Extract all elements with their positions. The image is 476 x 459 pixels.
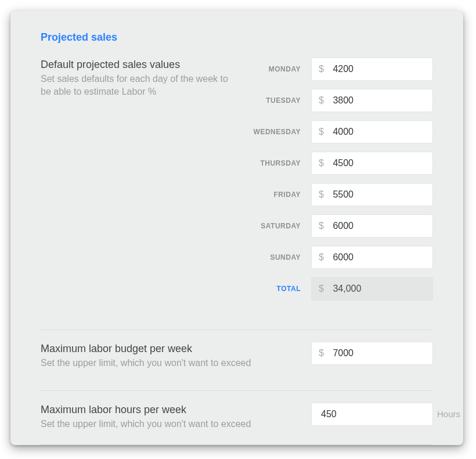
day-row-monday: MONDAY $	[236, 58, 433, 81]
day-label: SATURDAY	[261, 222, 301, 230]
currency-symbol: $	[319, 189, 324, 200]
saturday-input[interactable]: $	[311, 214, 433, 238]
wednesday-value[interactable]	[333, 127, 425, 137]
day-row-friday: FRIDAY $	[236, 183, 433, 206]
day-label: SUNDAY	[270, 253, 301, 261]
max-budget-input[interactable]: $	[311, 342, 433, 365]
currency-symbol: $	[319, 252, 324, 263]
thursday-value[interactable]	[333, 158, 425, 168]
monday-value[interactable]	[333, 64, 425, 74]
day-row-wednesday: WEDNESDAY $	[236, 120, 433, 144]
max-budget-field: $	[311, 342, 433, 365]
day-label: WEDNESDAY	[254, 128, 301, 136]
day-label: THURSDAY	[260, 159, 301, 167]
max-budget-row: Maximum labor budget per week Set the up…	[41, 329, 433, 378]
max-hours-field: Hours	[311, 403, 433, 426]
day-row-total: TOTAL $ 34,000	[236, 277, 433, 300]
max-budget-descr: Maximum labor budget per week Set the up…	[41, 342, 311, 370]
sunday-input[interactable]: $	[311, 246, 433, 269]
currency-symbol: $	[319, 221, 324, 231]
max-budget-title: Maximum labor budget per week	[41, 342, 311, 356]
day-row-sunday: SUNDAY $	[236, 246, 433, 269]
currency-symbol: $	[319, 158, 324, 168]
currency-symbol: $	[319, 95, 324, 106]
day-label: TUESDAY	[266, 96, 301, 105]
section-title: Projected sales	[41, 31, 433, 44]
friday-input[interactable]: $	[311, 183, 433, 206]
projected-sales-subtitle: Set sales defaults for each day of the w…	[41, 73, 236, 98]
monday-input[interactable]: $	[311, 58, 433, 81]
tuesday-input[interactable]: $	[311, 89, 433, 112]
projected-sales-row: Default projected sales values Set sales…	[41, 54, 433, 317]
max-hours-subtitle: Set the upper limit, which you won't wan…	[41, 418, 311, 431]
total-label: TOTAL	[277, 285, 301, 293]
currency-symbol: $	[319, 64, 324, 74]
settings-panel: Projected sales Default projected sales …	[10, 10, 463, 445]
projected-sales-fields: MONDAY $ TUESDAY $ WEDNESDAY $	[236, 58, 433, 309]
day-label: MONDAY	[269, 65, 301, 73]
wednesday-input[interactable]: $	[311, 120, 433, 144]
currency-symbol: $	[319, 348, 324, 358]
projected-sales-descr: Default projected sales values Set sales…	[41, 58, 236, 98]
thursday-input[interactable]: $	[311, 152, 433, 175]
total-value: 34,000	[333, 284, 425, 294]
day-row-thursday: THURSDAY $	[236, 152, 433, 175]
divider	[41, 444, 433, 445]
max-hours-title: Maximum labor hours per week	[41, 403, 311, 417]
currency-symbol: $	[319, 127, 324, 137]
max-hours-value[interactable]	[321, 409, 437, 419]
day-row-tuesday: TUESDAY $	[236, 89, 433, 112]
max-budget-value[interactable]	[333, 348, 425, 358]
tuesday-value[interactable]	[333, 95, 425, 106]
max-budget-subtitle: Set the upper limit, which you won't wan…	[41, 357, 311, 370]
projected-sales-title: Default projected sales values	[41, 58, 236, 71]
day-row-saturday: SATURDAY $	[236, 214, 433, 238]
max-hours-input[interactable]: Hours	[311, 403, 433, 426]
day-label: FRIDAY	[273, 191, 301, 199]
max-hours-descr: Maximum labor hours per week Set the upp…	[41, 403, 311, 431]
total-display: $ 34,000	[311, 277, 433, 300]
sunday-value[interactable]	[333, 252, 425, 263]
currency-symbol: $	[319, 284, 324, 294]
max-hours-row: Maximum labor hours per week Set the upp…	[41, 390, 433, 439]
saturday-value[interactable]	[333, 221, 425, 231]
hours-unit: Hours	[437, 409, 460, 419]
friday-value[interactable]	[333, 189, 425, 200]
